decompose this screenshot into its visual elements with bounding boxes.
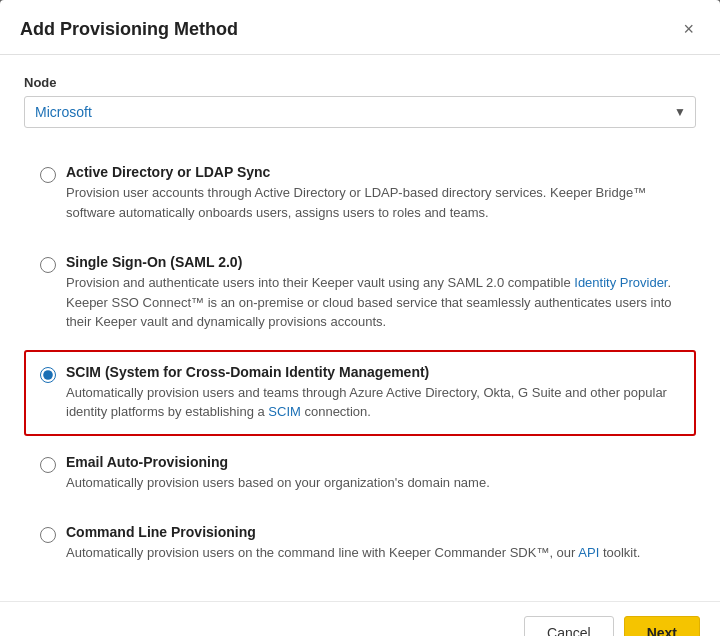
node-select-wrapper: Microsoft Root ▼ xyxy=(24,96,696,128)
option-cli-content: Command Line Provisioning Automatically … xyxy=(66,524,680,563)
radio-cli[interactable] xyxy=(40,527,56,543)
option-sso-saml[interactable]: Single Sign-On (SAML 2.0) Provision and … xyxy=(24,240,696,346)
option-scim-content: SCIM (System for Cross-Domain Identity M… xyxy=(66,364,680,422)
option-cli-title: Command Line Provisioning xyxy=(66,524,680,540)
option-cli-desc: Automatically provision users on the com… xyxy=(66,543,680,563)
radio-sso-saml[interactable] xyxy=(40,257,56,273)
option-sso-saml-content: Single Sign-On (SAML 2.0) Provision and … xyxy=(66,254,680,332)
option-ad-ldap[interactable]: Active Directory or LDAP Sync Provision … xyxy=(24,150,696,236)
api-link: API xyxy=(578,545,599,560)
option-email-auto-content: Email Auto-Provisioning Automatically pr… xyxy=(66,454,680,493)
add-provisioning-dialog: Add Provisioning Method × Node Microsoft… xyxy=(0,0,720,636)
dialog-title: Add Provisioning Method xyxy=(20,19,238,40)
option-sso-saml-desc: Provision and authenticate users into th… xyxy=(66,273,680,332)
radio-email-auto[interactable] xyxy=(40,457,56,473)
option-scim[interactable]: SCIM (System for Cross-Domain Identity M… xyxy=(24,350,696,436)
dialog-footer: Cancel Next xyxy=(0,601,720,637)
option-ad-ldap-title: Active Directory or LDAP Sync xyxy=(66,164,680,180)
option-scim-desc: Automatically provision users and teams … xyxy=(66,383,680,422)
option-cli[interactable]: Command Line Provisioning Automatically … xyxy=(24,510,696,577)
option-sso-saml-title: Single Sign-On (SAML 2.0) xyxy=(66,254,680,270)
option-email-auto-title: Email Auto-Provisioning xyxy=(66,454,680,470)
node-select[interactable]: Microsoft Root xyxy=(24,96,696,128)
scim-link: SCIM xyxy=(268,404,301,419)
identity-provider-link: Identity Provider xyxy=(574,275,667,290)
dialog-body: Node Microsoft Root ▼ Active Directory o… xyxy=(0,55,720,601)
option-ad-ldap-content: Active Directory or LDAP Sync Provision … xyxy=(66,164,680,222)
cancel-button[interactable]: Cancel xyxy=(524,616,614,637)
radio-ad-ldap[interactable] xyxy=(40,167,56,183)
close-button[interactable]: × xyxy=(677,18,700,40)
radio-scim[interactable] xyxy=(40,367,56,383)
option-email-auto-desc: Automatically provision users based on y… xyxy=(66,473,680,493)
option-ad-ldap-desc: Provision user accounts through Active D… xyxy=(66,183,680,222)
dialog-header: Add Provisioning Method × xyxy=(0,0,720,55)
next-button[interactable]: Next xyxy=(624,616,700,637)
option-email-auto[interactable]: Email Auto-Provisioning Automatically pr… xyxy=(24,440,696,507)
node-label: Node xyxy=(24,75,696,90)
option-scim-title: SCIM (System for Cross-Domain Identity M… xyxy=(66,364,680,380)
provisioning-options-list: Active Directory or LDAP Sync Provision … xyxy=(24,150,696,581)
